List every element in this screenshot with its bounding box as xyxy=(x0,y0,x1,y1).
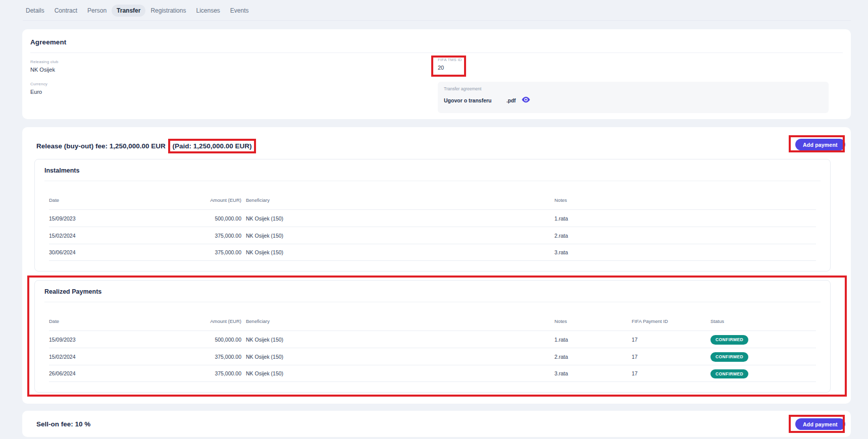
realized-payments-card: Realized Payments Date Amount (EUR) Bene… xyxy=(34,280,831,393)
releasing-club-field: Releasing club NK Osijek xyxy=(30,60,58,73)
tab-contract[interactable]: Contract xyxy=(49,5,82,17)
cell-beneficiary: NK Osijek (150) xyxy=(241,337,554,343)
currency-label: Currency xyxy=(30,82,47,86)
tab-licenses[interactable]: Licenses xyxy=(191,5,225,17)
cell-date: 26/06/2024 xyxy=(49,370,192,376)
tab-transfer[interactable]: Transfer xyxy=(112,5,145,17)
table-row: 15/02/2024 375,000.00 NK Osijek (150) 2.… xyxy=(49,348,816,365)
file-row: Ugovor o transferu .pdf xyxy=(444,96,823,104)
sell-on-fee-title: Sell-on fee: 10 % xyxy=(36,411,90,437)
cell-amount: 375,000.00 xyxy=(192,233,241,239)
col-date: Date xyxy=(49,318,192,324)
add-payment-bottom-wrap: Add payment xyxy=(795,418,845,430)
cell-date: 15/09/2023 xyxy=(49,337,192,343)
currency-value: Euro xyxy=(30,89,47,95)
agreement-divider xyxy=(30,52,843,53)
eye-icon xyxy=(522,96,530,105)
view-file-button[interactable] xyxy=(521,96,530,104)
release-fee-title: Release (buy-out) fee: 1,250,000.00 EUR xyxy=(36,142,168,150)
instalments-table: Date Amount (EUR) Beneficiary Notes 15/0… xyxy=(49,181,816,261)
fifa-tms-id-value: 20 xyxy=(438,65,462,71)
cell-notes: 1.rata xyxy=(554,215,816,222)
col-amount: Amount (EUR) xyxy=(192,318,241,324)
cell-fifa-payment-id: 17 xyxy=(632,370,710,376)
col-fifa-payment-id: FIFA Payment ID xyxy=(632,318,710,324)
sell-on-fee-card: Sell-on fee: 10 % Add payment xyxy=(22,411,851,437)
tab-events[interactable]: Events xyxy=(225,5,254,17)
release-fee-paid: (Paid: 1,250,000.00 EUR) xyxy=(168,139,257,153)
cell-amount: 375,000.00 xyxy=(192,249,241,255)
table-row: 26/06/2024 375,000.00 NK Osijek (150) 3.… xyxy=(49,365,816,382)
table-row: 15/09/2023 500,000.00 NK Osijek (150) 1.… xyxy=(49,331,816,348)
cell-beneficiary: NK Osijek (150) xyxy=(241,215,554,222)
table-row: 15/02/2024 375,000.00 NK Osijek (150) 2.… xyxy=(49,227,816,244)
tab-registrations[interactable]: Registrations xyxy=(145,5,191,17)
tab-details[interactable]: Details xyxy=(21,5,49,17)
realized-header-row: Date Amount (EUR) Beneficiary Notes FIFA… xyxy=(49,302,816,331)
instalments-card: Instalments Date Amount (EUR) Beneficiar… xyxy=(34,159,831,271)
cell-amount: 375,000.00 xyxy=(192,354,241,360)
col-status: Status xyxy=(710,318,816,324)
cell-amount: 375,000.00 xyxy=(192,370,241,376)
tab-person[interactable]: Person xyxy=(82,5,112,17)
cell-beneficiary: NK Osijek (150) xyxy=(241,249,554,255)
cell-notes: 3.rata xyxy=(554,370,632,376)
col-beneficiary: Beneficiary xyxy=(241,318,554,324)
transfer-agreement-label: Transfer agreement xyxy=(444,86,823,91)
releasing-club-label: Releasing club xyxy=(30,60,58,64)
file-extension: .pdf xyxy=(506,98,516,103)
currency-field: Currency Euro xyxy=(30,82,47,95)
col-amount: Amount (EUR) xyxy=(192,197,241,203)
table-row: 30/06/2024 375,000.00 NK Osijek (150) 3.… xyxy=(49,244,816,261)
status-badge: CONFIRMED xyxy=(710,335,748,345)
add-payment-button-sellon[interactable]: Add payment xyxy=(795,418,845,430)
releasing-club-value: NK Osijek xyxy=(30,67,58,73)
status-badge: CONFIRMED xyxy=(710,352,748,362)
release-fee-card: Release (buy-out) fee: 1,250,000.00 EUR … xyxy=(22,127,851,404)
cell-fifa-payment-id: 17 xyxy=(632,354,710,360)
tab-bar: Details Contract Person Transfer Registr… xyxy=(0,0,868,21)
cell-date: 15/09/2023 xyxy=(49,215,192,222)
cell-notes: 2.rata xyxy=(554,354,632,360)
status-badge: CONFIRMED xyxy=(710,369,748,379)
cell-amount: 500,000.00 xyxy=(192,215,241,222)
add-payment-top-wrap: Add payment xyxy=(795,139,845,150)
cell-date: 15/02/2024 xyxy=(49,354,192,360)
file-name: Ugovor o transferu xyxy=(444,97,506,103)
tabbar-divider xyxy=(23,20,851,21)
cell-notes: 2.rata xyxy=(554,233,816,239)
cell-notes: 3.rata xyxy=(554,249,816,255)
col-notes: Notes xyxy=(554,318,632,324)
cell-amount: 500,000.00 xyxy=(192,337,241,343)
cell-date: 30/06/2024 xyxy=(49,249,192,255)
cell-beneficiary: NK Osijek (150) xyxy=(241,354,554,360)
realized-payments-title: Realized Payments xyxy=(44,288,821,295)
cell-notes: 1.rata xyxy=(554,337,632,343)
instalments-header-row: Date Amount (EUR) Beneficiary Notes xyxy=(49,181,816,209)
release-fee-header: Release (buy-out) fee: 1,250,000.00 EUR … xyxy=(36,137,256,154)
table-row: 15/09/2023 500,000.00 NK Osijek (150) 1.… xyxy=(49,209,816,227)
agreement-title: Agreement xyxy=(30,38,66,46)
cell-beneficiary: NK Osijek (150) xyxy=(241,233,554,239)
col-beneficiary: Beneficiary xyxy=(241,197,554,203)
cell-fifa-payment-id: 17 xyxy=(632,337,710,343)
cell-date: 15/02/2024 xyxy=(49,233,192,239)
col-notes: Notes xyxy=(554,197,816,203)
col-date: Date xyxy=(49,197,192,203)
cell-beneficiary: NK Osijek (150) xyxy=(241,370,554,376)
fifa-tms-id-field: FIFA TMS ID 20 xyxy=(438,58,462,71)
realized-payments-table: Date Amount (EUR) Beneficiary Notes FIFA… xyxy=(49,302,816,382)
add-payment-button-release[interactable]: Add payment xyxy=(795,139,845,150)
instalments-title: Instalments xyxy=(44,167,821,174)
transfer-agreement-panel: Transfer agreement Ugovor o transferu .p… xyxy=(438,82,829,113)
fifa-tms-id-label: FIFA TMS ID xyxy=(438,58,462,62)
agreement-card: Agreement Releasing club NK Osijek Curre… xyxy=(22,29,851,119)
